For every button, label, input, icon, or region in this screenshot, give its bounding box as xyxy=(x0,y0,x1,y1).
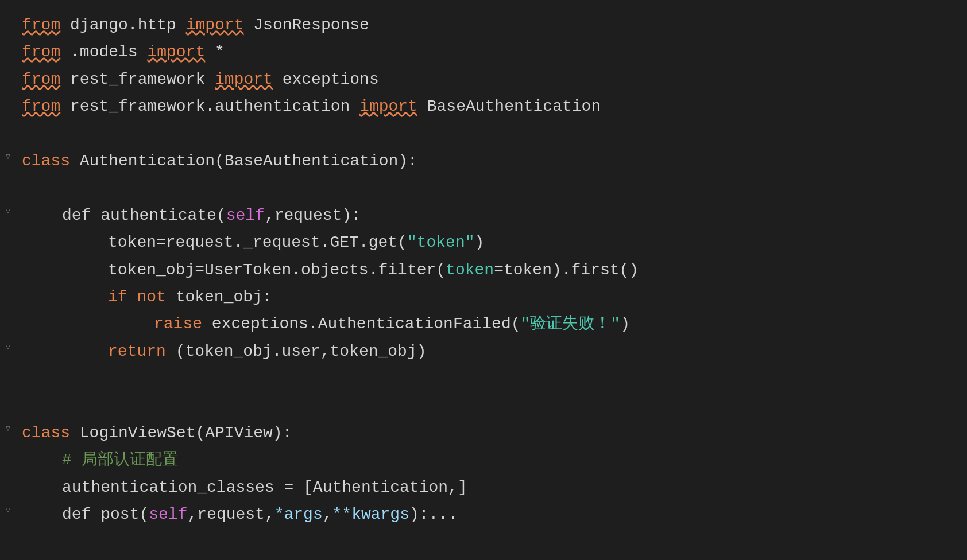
code-text: post( xyxy=(91,505,149,523)
code-line-12: raise exceptions.AuthenticationFailed("验… xyxy=(0,310,967,337)
fold-triangle-icon[interactable]: ▽ xyxy=(6,151,10,164)
code-content-blank-2 xyxy=(16,176,967,200)
code-content-17: # 局部认证配置 xyxy=(16,448,967,472)
comment-text: # 局部认证配置 xyxy=(62,451,178,469)
code-line-4: from rest_framework.authentication impor… xyxy=(0,93,967,120)
code-text: token_obj: xyxy=(166,288,272,306)
code-line-blank-2 xyxy=(0,174,967,201)
code-line-6: ▽ class Authentication(BaseAuthenticatio… xyxy=(0,147,967,174)
keyword-import: import xyxy=(147,43,205,61)
code-content-9: token=request._request.GET.get("token") xyxy=(16,230,967,255)
fold-gutter-10 xyxy=(0,258,16,260)
code-line-17: # 局部认证配置 xyxy=(0,446,967,473)
fold-gutter-blank-4 xyxy=(0,393,16,395)
param-kwargs: **kwargs xyxy=(332,505,409,523)
code-text: token_obj=UserToken.objects.filter( xyxy=(108,261,446,279)
code-text: rest_framework.authentication xyxy=(60,98,359,115)
fold-gutter-19: ▽ xyxy=(0,502,16,517)
code-content-19: def post(self,request,*args,**kwargs):..… xyxy=(16,502,967,527)
code-line-16: ▽ class LoginViewSet(APIView): xyxy=(0,419,967,446)
code-line-1: from django.http import JsonResponse xyxy=(0,11,967,38)
keyword-def-2: def xyxy=(62,505,91,523)
fold-gutter-13: ▽ xyxy=(0,339,16,354)
fold-gutter-blank-2 xyxy=(0,176,16,178)
keyword-class-2: class xyxy=(22,424,70,442)
fold-gutter-3 xyxy=(0,67,16,69)
code-text: ,request, xyxy=(187,505,274,523)
fold-gutter-blank xyxy=(0,122,16,124)
fold-gutter-4 xyxy=(0,94,16,96)
code-content-16: class LoginViewSet(APIView): xyxy=(16,421,967,445)
code-content-11: if not token_obj: xyxy=(16,285,967,309)
fold-triangle-icon-16[interactable]: ▽ xyxy=(6,423,10,435)
code-text: =token).first() xyxy=(494,261,639,279)
code-content-10: token_obj=UserToken.objects.filter(token… xyxy=(16,258,967,282)
string-token-param: token xyxy=(446,261,494,279)
fold-triangle-icon-13[interactable]: ▽ xyxy=(6,341,10,354)
code-text: django.http xyxy=(60,16,185,34)
fold-gutter-8: ▽ xyxy=(0,203,16,218)
code-line-8: ▽ def authenticate(self,request): xyxy=(0,202,967,229)
fold-gutter-16: ▽ xyxy=(0,421,16,435)
code-line-blank-4 xyxy=(0,392,967,419)
code-text: * xyxy=(205,43,225,61)
code-text: exceptions.AuthenticationFailed( xyxy=(202,315,521,333)
code-text: ) xyxy=(475,234,485,251)
string-token: "token" xyxy=(407,234,475,251)
code-content-6: class Authentication(BaseAuthentication)… xyxy=(16,149,967,173)
code-line-blank-3 xyxy=(0,365,967,392)
code-content-12: raise exceptions.AuthenticationFailed("验… xyxy=(16,312,967,336)
code-content-blank-4 xyxy=(16,393,967,418)
code-line-3: from rest_framework import exceptions xyxy=(0,66,967,93)
code-text: rest_framework xyxy=(60,71,215,88)
code-line-2: from .models import * xyxy=(0,38,967,65)
fold-triangle-icon-8[interactable]: ▽ xyxy=(6,205,10,218)
fold-gutter-17 xyxy=(0,448,16,450)
fold-gutter-18 xyxy=(0,475,16,477)
keyword-from: from xyxy=(22,98,60,115)
code-text: ,request): xyxy=(265,207,361,224)
keyword-from: from xyxy=(22,16,60,34)
param-args: *args xyxy=(274,505,323,523)
code-text: authentication_classes = [Authentication… xyxy=(62,479,467,496)
code-content-1: from django.http import JsonResponse xyxy=(16,13,967,37)
code-line-10: token_obj=UserToken.objects.filter(token… xyxy=(0,256,967,283)
keyword-from: from xyxy=(22,71,60,88)
code-text: ) xyxy=(620,315,630,333)
code-text: ):... xyxy=(409,505,458,523)
code-line-9: token=request._request.GET.get("token") xyxy=(0,229,967,256)
code-content-13: return (token_obj.user,token_obj) xyxy=(16,339,967,364)
fold-gutter-11 xyxy=(0,285,16,287)
code-content-blank-3 xyxy=(16,366,967,391)
code-line-18: authentication_classes = [Authentication… xyxy=(0,474,967,501)
code-text: authenticate( xyxy=(91,207,226,224)
code-editor: from django.http import JsonResponse fro… xyxy=(0,0,967,539)
string-error-msg: "验证失败！" xyxy=(521,315,621,333)
fold-gutter-2 xyxy=(0,40,16,42)
code-content-8: def authenticate(self,request): xyxy=(16,203,967,228)
keyword-if: if xyxy=(108,288,127,306)
fold-gutter-9 xyxy=(0,230,16,232)
fold-triangle-icon-19[interactable]: ▽ xyxy=(6,504,10,517)
code-text: BaseAuthentication xyxy=(417,98,601,115)
code-text: token=request._request.GET.get( xyxy=(108,234,407,251)
keyword-import: import xyxy=(359,98,417,115)
fold-gutter-blank-3 xyxy=(0,366,16,368)
keyword-import: import xyxy=(215,71,273,88)
keyword-raise: raise xyxy=(154,315,202,333)
code-content-3: from rest_framework import exceptions xyxy=(16,67,967,92)
keyword-def: def xyxy=(62,207,91,224)
code-text: LoginViewSet(APIView): xyxy=(70,424,292,442)
keyword-from: from xyxy=(22,43,60,61)
keyword-self: self xyxy=(226,207,265,224)
keyword-self-2: self xyxy=(149,505,187,523)
keyword-import: import xyxy=(186,16,244,34)
code-content-4: from rest_framework.authentication impor… xyxy=(16,94,967,119)
code-text: exceptions xyxy=(273,71,379,88)
code-content-18: authentication_classes = [Authentication… xyxy=(16,475,967,500)
keyword-not: not xyxy=(137,288,165,306)
keyword-return: return xyxy=(108,343,166,360)
code-text: (token_obj.user,token_obj) xyxy=(166,343,427,360)
code-text: , xyxy=(323,505,332,523)
code-line-13: ▽ return (token_obj.user,token_obj) xyxy=(0,338,967,365)
